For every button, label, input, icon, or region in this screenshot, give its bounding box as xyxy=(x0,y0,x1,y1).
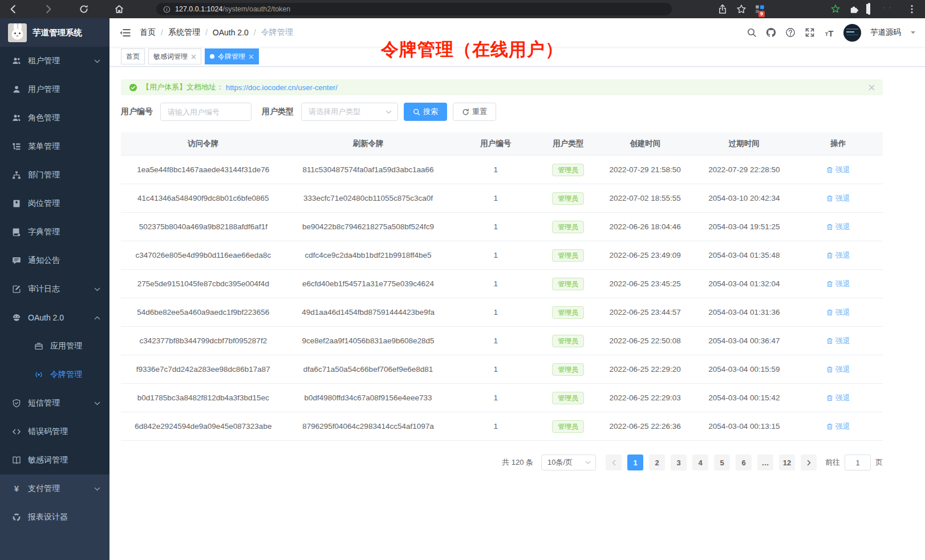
force-logout-button[interactable]: 强退 xyxy=(826,307,850,318)
expire-time-cell: 2054-03-10 20:42:34 xyxy=(695,184,794,213)
access-token-cell: f9336e7c7dd242a283ee98dc86b17a87 xyxy=(121,355,286,384)
reload-icon[interactable] xyxy=(79,4,89,14)
user-id-cell: 1 xyxy=(451,298,541,327)
search-icon[interactable] xyxy=(747,27,757,38)
sidebar-collapse-icon[interactable] xyxy=(120,27,131,38)
alert-close-icon[interactable] xyxy=(869,84,875,91)
column-header: 过期时间 xyxy=(695,132,794,156)
app-logo[interactable]: 芋道管理系统 xyxy=(0,18,109,47)
home-icon[interactable] xyxy=(114,4,124,14)
sidebar-item-audit[interactable]: 审计日志 xyxy=(0,275,109,303)
force-logout-button[interactable]: 强退 xyxy=(826,193,850,204)
sidebar-item-report-designer[interactable]: 报表设计器 xyxy=(0,503,109,531)
force-logout-button[interactable]: 强退 xyxy=(826,393,850,403)
table-row: 502375b8040a469a9b82188afdf6af1fbe90422b… xyxy=(121,213,883,241)
user-type-tag: 管理员 xyxy=(552,392,584,404)
user-avatar[interactable] xyxy=(843,24,861,42)
sidebar-item-user[interactable]: 用户管理 xyxy=(0,75,109,104)
more-pages-button[interactable]: … xyxy=(757,455,773,470)
alert-doc-link[interactable]: https://doc.iocoder.cn/user-center/ xyxy=(226,83,338,92)
force-logout-button[interactable]: 强退 xyxy=(826,250,850,261)
sidebar-item-label: 用户管理 xyxy=(28,84,60,95)
force-logout-button[interactable]: 强退 xyxy=(826,279,850,289)
sidebar-item-menu[interactable]: 菜单管理 xyxy=(0,132,109,161)
side-panel-icon[interactable] xyxy=(868,4,878,14)
close-icon[interactable] xyxy=(249,54,254,59)
user-type-tag: 管理员 xyxy=(552,164,584,176)
sidebar-item-pay[interactable]: ¥支付管理 xyxy=(0,474,109,503)
github-icon[interactable] xyxy=(766,27,776,38)
help-icon[interactable] xyxy=(785,27,796,38)
font-size-icon[interactable]: TT xyxy=(824,27,834,38)
back-icon[interactable] xyxy=(8,4,18,14)
puzzle-extension-icon[interactable] xyxy=(849,4,859,14)
url-bar[interactable]: 127.0.0.1:1024/system/oauth2/token xyxy=(156,3,672,15)
caret-down-icon[interactable] xyxy=(910,30,916,35)
trash-icon xyxy=(826,395,833,401)
breadcrumb-item[interactable]: 系统管理 xyxy=(168,27,200,38)
sidebar-item-oauth2[interactable]: OAuth 2.0 xyxy=(0,303,109,332)
reset-button[interactable]: 重置 xyxy=(453,103,496,121)
tab-首页[interactable]: 首页 xyxy=(121,48,145,64)
column-header: 刷新令牌 xyxy=(286,132,451,156)
force-logout-button[interactable]: 强退 xyxy=(826,222,850,232)
site-info-icon[interactable] xyxy=(163,6,171,13)
column-header: 访问令牌 xyxy=(121,132,286,156)
user-id-cell: 1 xyxy=(451,327,541,355)
refresh-token-cell: 333ecfc71e02480cb11055c875c3ca0f xyxy=(286,184,451,213)
page-button-6[interactable]: 6 xyxy=(736,455,752,470)
force-logout-button[interactable]: 强退 xyxy=(826,421,850,432)
username[interactable]: 芋道源码 xyxy=(870,27,901,38)
sidebar-item-tenant[interactable]: 租户管理 xyxy=(0,47,109,75)
action-cell: 强退 xyxy=(794,355,883,384)
breadcrumb-item[interactable]: 首页 xyxy=(140,27,156,38)
page-button-3[interactable]: 3 xyxy=(671,455,687,470)
page-button-5[interactable]: 5 xyxy=(714,455,730,470)
breadcrumb-item[interactable]: OAuth 2.0 xyxy=(213,28,249,37)
user-type-cell: 管理员 xyxy=(541,384,595,412)
tab-令牌管理[interactable]: 令牌管理 xyxy=(205,48,259,64)
sidebar-item-oauth2-app[interactable]: 应用管理 xyxy=(0,332,109,360)
sidebar-item-post[interactable]: 岗位管理 xyxy=(0,189,109,218)
page-button-1[interactable]: 1 xyxy=(627,455,643,470)
extension-grid-icon[interactable]: 9 xyxy=(755,4,765,14)
next-page-button[interactable] xyxy=(801,455,817,470)
force-logout-label: 强退 xyxy=(835,307,850,318)
refresh-token-cell: b0df4980ffd34c67a08f9156e4eee733 xyxy=(286,384,451,412)
record-icon[interactable] xyxy=(812,4,822,14)
prev-page-button[interactable] xyxy=(606,455,622,470)
page-button-12[interactable]: 12 xyxy=(779,455,795,470)
page-button-4[interactable]: 4 xyxy=(692,455,708,470)
user-id-input[interactable] xyxy=(160,103,251,121)
sidebar-item-sensitive-word[interactable]: 敏感词管理 xyxy=(0,446,109,474)
gemini-diamond-icon[interactable] xyxy=(774,4,784,14)
bookmark-star-icon[interactable] xyxy=(736,4,747,14)
profile-emoji-icon[interactable] xyxy=(887,3,898,15)
goto-page-input[interactable] xyxy=(845,455,871,470)
tab-敏感词管理[interactable]: 敏感词管理 xyxy=(148,48,201,64)
sidebar-item-errorcode[interactable]: 错误码管理 xyxy=(0,417,109,446)
sidebar-item-oauth2-token[interactable]: 令牌管理 xyxy=(0,360,109,389)
sidebar-item-dept[interactable]: 部门管理 xyxy=(0,161,109,189)
force-logout-button[interactable]: 强退 xyxy=(826,364,850,375)
page-size-select[interactable]: 10条/页 xyxy=(541,455,596,470)
user-type-cell: 管理员 xyxy=(541,213,595,241)
sidebar-item-sms[interactable]: 短信管理 xyxy=(0,389,109,417)
green-star-icon[interactable] xyxy=(830,4,841,14)
force-logout-button[interactable]: 强退 xyxy=(826,336,850,346)
sidebar-item-dict[interactable]: 字典管理 xyxy=(0,218,109,246)
fullscreen-icon[interactable] xyxy=(805,27,815,38)
forward-icon[interactable] xyxy=(43,4,54,14)
meet-icon[interactable] xyxy=(793,4,803,14)
share-icon[interactable] xyxy=(717,4,728,14)
sidebar-item-role[interactable]: 角色管理 xyxy=(0,104,109,132)
page-button-2[interactable]: 2 xyxy=(649,455,665,470)
force-logout-button[interactable]: 强退 xyxy=(826,165,850,175)
kebab-menu-icon[interactable] xyxy=(907,4,917,14)
trash-icon xyxy=(826,366,833,373)
search-button[interactable]: 搜索 xyxy=(404,103,447,121)
user-type-select[interactable]: 请选择用户类型 xyxy=(301,103,398,121)
sidebar-item-notice[interactable]: 通知公告 xyxy=(0,246,109,275)
close-icon[interactable] xyxy=(191,54,196,59)
user-type-cell: 管理员 xyxy=(541,156,595,184)
